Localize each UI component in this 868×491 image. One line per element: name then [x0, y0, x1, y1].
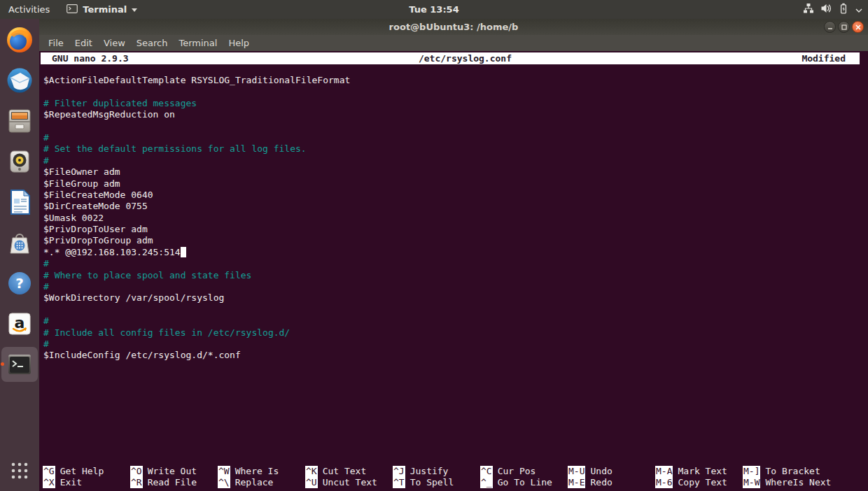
nano-shortcut-bar: ^GGet Help ^OWrite Out ^WWhere Is ^KCut … — [43, 466, 868, 489]
shortcut-exit: ^XExit — [43, 477, 130, 488]
activities-label: Activities — [8, 4, 50, 15]
running-indicator-dot — [1, 362, 4, 366]
shortcut-justify: ^JJustify — [393, 466, 480, 477]
dock-item-terminal[interactable] — [6, 350, 34, 378]
editor-line-with-cursor: *.* @@192.168.103.245:514 — [43, 247, 864, 258]
show-applications-grid-icon — [10, 462, 29, 480]
thunderbird-icon — [6, 66, 34, 94]
menu-search[interactable]: Search — [131, 35, 174, 51]
rhythmbox-icon — [6, 148, 34, 176]
editor-line — [43, 86, 864, 97]
shortcut-where-is: ^WWhere Is — [218, 466, 305, 477]
terminal-menubar: File Edit View Search Terminal Help — [39, 35, 868, 51]
menu-help[interactable]: Help — [223, 35, 255, 51]
minimize-button[interactable] — [824, 21, 836, 33]
app-menu-caret-icon — [132, 8, 137, 12]
window-titlebar[interactable]: root@bUbuntu3: /home/b — [39, 19, 868, 35]
system-status-area[interactable] — [803, 0, 862, 19]
shortcut-get-help: ^GGet Help — [43, 466, 130, 477]
nano-file-path: /etc/rsyslog.conf — [129, 52, 802, 64]
svg-text:?: ? — [15, 275, 24, 292]
editor-line — [43, 121, 864, 132]
editor-line: $IncludeConfig /etc/rsyslog.d/*.conf — [43, 350, 864, 361]
text-cursor — [181, 247, 186, 257]
editor-line: $Umask 0022 — [43, 213, 864, 224]
window-title: root@bUbuntu3: /home/b — [389, 22, 519, 32]
shortcut-to-spell: ^TTo Spell — [393, 477, 480, 488]
shortcut-replace: ^\Replace — [218, 477, 305, 488]
dock-item-rhythmbox[interactable] — [6, 148, 34, 176]
terminal-icon — [6, 350, 34, 378]
window-controls — [824, 21, 864, 33]
editor-line: # Filter duplicated messages — [43, 98, 864, 109]
nano-version: GNU nano 2.9.3 — [41, 52, 129, 64]
shortcut-to-bracket: M-]To Bracket — [743, 466, 830, 477]
dock: ? a — [0, 19, 39, 491]
svg-text:a: a — [15, 314, 25, 332]
shortcut-copy-text: M-6Copy Text — [655, 477, 743, 488]
menu-terminal[interactable]: Terminal — [173, 35, 223, 51]
shortcut-redo: M-ERedo — [568, 477, 655, 488]
file-cabinet-icon — [6, 107, 34, 135]
editor-line: # Include all config files in /etc/rsysl… — [43, 327, 864, 339]
shortcut-row-1: ^GGet Help ^OWrite Out ^WWhere Is ^KCut … — [43, 466, 868, 477]
editor-line: $PrivDropToGroup adm — [43, 235, 864, 246]
terminal-window: root@bUbuntu3: /home/b File Edit View Se… — [39, 19, 868, 491]
editor-line: # — [43, 258, 864, 269]
shortcut-read-file: ^RRead File — [130, 477, 218, 488]
shortcut-mark-text: M-AMark Text — [655, 466, 743, 477]
editor-line: # — [43, 155, 864, 166]
maximize-button[interactable] — [838, 21, 850, 33]
network-wired-icon — [803, 3, 814, 16]
shortcut-whereis-next: M-WWhereIs Next — [743, 477, 831, 488]
editor-line: # — [43, 281, 864, 292]
shortcut-write-out: ^OWrite Out — [130, 466, 218, 477]
volume-icon — [820, 3, 832, 16]
dock-item-thunderbird[interactable] — [6, 66, 34, 94]
activities-button[interactable]: Activities — [0, 0, 58, 19]
shortcut-uncut-text: ^UUncut Text — [305, 477, 393, 488]
nano-titlebar: GNU nano 2.9.3 /etc/rsyslog.conf Modifie… — [41, 52, 860, 64]
firefox-icon — [6, 26, 34, 54]
editor-line — [43, 304, 864, 315]
libreoffice-writer-icon — [6, 188, 34, 216]
dock-item-firefox[interactable] — [6, 26, 34, 54]
nano-modified-status: Modified — [802, 52, 860, 64]
shortcut-row-2: ^XExit ^RRead File ^\Replace ^UUncut Tex… — [43, 477, 868, 488]
shortcut-cut-text: ^KCut Text — [305, 466, 393, 477]
show-applications-button[interactable] — [10, 462, 29, 483]
dock-item-files[interactable] — [6, 107, 34, 135]
system-menu-caret-icon — [855, 4, 862, 15]
dock-item-help[interactable]: ? — [6, 269, 34, 297]
close-button[interactable] — [852, 21, 864, 33]
amazon-icon: a — [6, 310, 34, 338]
editor-line: $ActionFileDefaultTemplate RSYSLOG_Tradi… — [43, 75, 864, 86]
shortcut-go-to-line: ^_Go To Line — [480, 477, 568, 488]
terminal-mini-icon — [66, 4, 78, 15]
shortcut-undo: M-UUndo — [568, 466, 655, 477]
editor-line: # — [43, 315, 864, 327]
dock-item-amazon[interactable]: a — [6, 310, 34, 338]
dock-item-ubuntu-software[interactable] — [6, 229, 34, 257]
app-menu-label: Terminal — [83, 4, 127, 15]
terminal-screen[interactable]: GNU nano 2.9.3 /etc/rsyslog.conf Modifie… — [39, 51, 868, 491]
dock-item-libreoffice-writer[interactable] — [6, 188, 34, 216]
help-icon: ? — [6, 269, 34, 297]
menu-view[interactable]: View — [98, 35, 131, 51]
battery-icon — [838, 3, 849, 16]
editor-line: $PrivDropToUser adm — [43, 224, 864, 235]
editor-line: # Set the default permissions for all lo… — [43, 143, 864, 155]
menu-edit[interactable]: Edit — [69, 35, 98, 51]
ubuntu-software-icon — [6, 229, 34, 257]
menu-file[interactable]: File — [43, 35, 69, 51]
editor-content: $ActionFileDefaultTemplate RSYSLOG_Tradi… — [43, 75, 864, 362]
editor-line: $FileGroup adm — [43, 178, 864, 190]
editor-line: # Where to place spool and state files — [43, 270, 864, 281]
editor-line: $DirCreateMode 0755 — [43, 201, 864, 212]
editor-line: $WorkDirectory /var/spool/rsyslog — [43, 292, 864, 304]
editor-line: $FileCreateMode 0640 — [43, 190, 864, 201]
app-menu-terminal[interactable]: Terminal — [62, 0, 141, 19]
editor-line: # — [43, 132, 864, 143]
top-bar: Activities Terminal Tue 13:54 — [0, 0, 868, 19]
editor-line: $RepeatedMsgReduction on — [43, 109, 864, 120]
